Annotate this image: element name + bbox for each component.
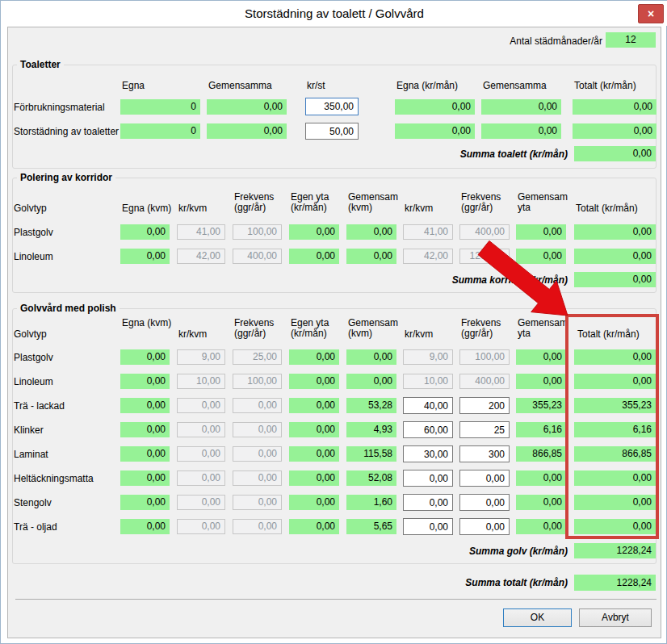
korridor-row-linoleum: Linoleum 0,00 42,00 400,00 0,00 0,00 42,… (1, 249, 667, 266)
col-header-kr-kvm-gemensam: kr/kvm (405, 203, 433, 214)
col-header-egen-yta: Egen yta (kr/mån) (291, 192, 329, 213)
summa-golv-field: 1228,24 (574, 543, 656, 558)
egen-yta-field: 0,00 (289, 422, 339, 437)
kr-kvm-field: 0,00 (177, 470, 225, 486)
frekvens-gemensam-input[interactable] (459, 445, 510, 462)
kr-kvm-gemensam-input[interactable] (403, 518, 453, 535)
summa-toalett-label: Summa toalett (kr/mån) (308, 148, 568, 160)
kr-kvm-field: 0,00 (177, 495, 225, 510)
summa-golv-label: Summa golv (kr/mån) (308, 546, 568, 557)
gemensamma-krman-field: 0,00 (481, 123, 561, 139)
window-title: Storstädning av toalett / Golvvård (1, 6, 667, 20)
frekvens-gemensam-input[interactable] (459, 518, 510, 535)
summa-toalett-field: 0,00 (574, 146, 656, 161)
korridor-row-plastgolv: Plastgolv 0,00 41,00 100,00 0,00 0,00 41… (1, 224, 667, 242)
row-label: Plastgolv (14, 352, 53, 363)
egna-kvm-field: 0,00 (120, 374, 170, 389)
kr-kvm-gemensam-input[interactable] (403, 445, 453, 462)
toaletter-row-forbrukningsmaterial: Förbrukningsmaterial 0 0,00 0,00 0,00 0,… (1, 99, 667, 117)
kr-kvm-gemensam-input[interactable] (403, 494, 453, 511)
gemensam-yta-field: 0,00 (516, 495, 566, 510)
golvvard-row-laminat: Laminat 0,00 0,00 0,00 0,00 115,58 866,8… (1, 446, 667, 464)
col-header-golvtyp: Golvtyp (14, 203, 47, 214)
golvvard-row-heltackningsmatta: Heltäckningsmatta 0,00 0,00 0,00 0,00 52… (1, 470, 667, 488)
frekvens-field: 0,00 (233, 422, 282, 437)
summa-korridor-label: Summa korridor (kr/mån) (308, 274, 568, 286)
totalt-field: 355,23 (574, 398, 656, 413)
frekvens-field: 0,00 (233, 470, 282, 486)
summa-totalt-field: 1228,24 (574, 575, 656, 591)
row-label: Laminat (14, 449, 48, 460)
section-title-korridor: Polering av korridor (17, 172, 115, 183)
frekvens-field: 100,00 (233, 224, 282, 240)
gemensam-kvm-field: 115,58 (346, 446, 396, 462)
cancel-button[interactable]: Avbryt (579, 608, 652, 627)
col-header-egna-kvm: Egna (kvm) (122, 318, 171, 328)
col-header-kr-kvm: kr/kvm (178, 203, 207, 214)
egna-field: 0 (120, 123, 200, 139)
antal-stadmanader-label: Antal städmånader/år (421, 36, 602, 47)
egen-yta-field: 0,00 (289, 495, 339, 510)
golvvard-row-plastgolv: Plastgolv 0,00 9,00 25,00 0,00 0,00 9,00… (1, 349, 667, 367)
egna-kvm-field: 0,00 (120, 495, 170, 510)
frekvens-field: 400,00 (233, 249, 282, 264)
col-header-kr-kvm-gemensam: kr/kvm (405, 329, 433, 340)
totalt-field: 0,00 (574, 495, 656, 510)
egen-yta-field: 0,00 (289, 398, 339, 413)
totalt-field: 6,16 (574, 422, 656, 437)
egen-yta-field: 0,00 (289, 470, 339, 486)
kr-kvm-field: 42,00 (177, 249, 225, 264)
egna-kvm-field: 0,00 (120, 519, 170, 534)
golvvard-row-tra-lackad: Trä - lackad 0,00 0,00 0,00 0,00 53,28 3… (1, 398, 667, 416)
col-header-frekvens: Frekvens (ggr/år) (234, 192, 274, 213)
frekvens-gemensam-field: 400,00 (459, 374, 510, 389)
frekvens-field: 0,00 (233, 398, 282, 413)
frekvens-gemensam-input[interactable] (459, 470, 510, 487)
kr-kvm-gemensam-input[interactable] (403, 421, 453, 438)
egen-yta-field: 0,00 (289, 519, 339, 534)
summa-korridor-field: 0,00 (574, 272, 656, 287)
section-title-toaletter: Toaletter (17, 59, 64, 70)
row-label: Plastgolv (14, 227, 53, 238)
totalt-field: 0,00 (573, 99, 657, 115)
gemensam-kvm-field: 5,65 (346, 519, 396, 534)
totalt-field: 866,85 (574, 446, 656, 462)
close-button[interactable]: × (638, 4, 664, 23)
kr-kvm-field: 0,00 (177, 446, 225, 462)
gemensam-yta-field: 355,23 (516, 398, 566, 413)
gemensam-yta-field: 0,00 (516, 519, 566, 534)
col-header-gemensam-yta: Gemensam yta (518, 192, 568, 213)
frekvens-field: 0,00 (233, 446, 282, 462)
gemensam-yta-field: 0,00 (516, 249, 566, 264)
frekvens-gemensam-input[interactable] (459, 494, 510, 511)
egen-yta-field: 0,00 (289, 224, 339, 240)
ok-button[interactable]: OK (503, 608, 572, 627)
totalt-field: 0,00 (574, 374, 656, 389)
title-bar: Storstädning av toalett / Golvvård × (1, 1, 667, 26)
col-header-gemensam-kvm: Gemensam (kvm) (348, 192, 398, 213)
kr-kvm-gemensam-input[interactable] (403, 470, 453, 487)
frekvens-gemensam-input[interactable] (459, 421, 510, 438)
frekvens-field: 100,00 (233, 374, 282, 389)
egna-kvm-field: 0,00 (120, 224, 170, 240)
kr-kvm-gemensam-field: 41,00 (403, 224, 453, 240)
egen-yta-field: 0,00 (289, 249, 339, 264)
gemensamma-field: 0,00 (207, 99, 287, 115)
kr-kvm-gemensam-input[interactable] (403, 397, 453, 414)
col-header-gemensam-kvm: Gemensam (kvm) (348, 318, 398, 339)
close-icon: × (648, 7, 654, 20)
frekvens-gemensam-input[interactable] (459, 397, 510, 414)
row-label: Trä - oljad (14, 521, 57, 533)
col-header-egna: Egna (122, 81, 145, 91)
row-label: Storstädning av toaletter (14, 126, 119, 137)
col-header-kr-st: kr/st (307, 81, 325, 91)
totalt-field: 0,00 (574, 470, 656, 486)
kr-st-input[interactable] (305, 123, 359, 140)
kr-st-input[interactable] (305, 98, 359, 115)
gemensam-kvm-field: 52,08 (346, 470, 396, 486)
gemensam-kvm-field: 1,60 (346, 495, 396, 510)
korridor-summa-row: Summa korridor (kr/mån) 0,00 (1, 272, 667, 290)
gemensam-kvm-field: 53,28 (346, 398, 396, 413)
egna-kvm-field: 0,00 (120, 446, 170, 462)
kr-kvm-field: 0,00 (177, 398, 225, 413)
